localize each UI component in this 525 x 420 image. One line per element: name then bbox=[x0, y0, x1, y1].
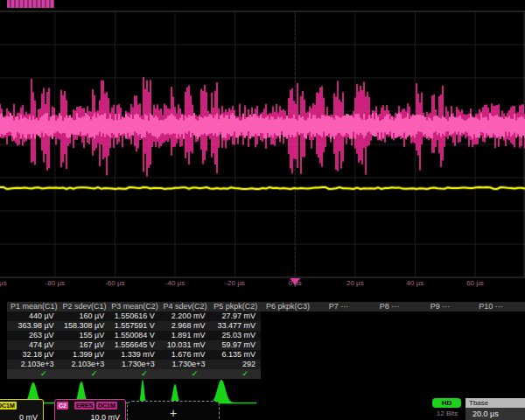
parameter-value: 25.03 mV bbox=[210, 331, 261, 340]
parameter-value: 167 µV bbox=[60, 340, 110, 350]
parameter-value: 440 µV bbox=[9, 312, 60, 321]
parameter-value: 2.200 mV bbox=[160, 312, 211, 321]
parameter-value: 1.550084 V bbox=[109, 331, 160, 340]
parameter-value: 59.97 mV bbox=[210, 340, 261, 350]
parameter-value: ✓ bbox=[210, 369, 261, 379]
c1-scale-value: 0 mV bbox=[19, 413, 38, 420]
parameter-header[interactable]: P8 ··· bbox=[364, 302, 415, 312]
parameter-value: 1.339 mV bbox=[109, 350, 160, 360]
parameter-value: 27.97 mV bbox=[210, 312, 261, 321]
parameter-value: 2.103e+3 bbox=[60, 360, 110, 369]
table-row: 363.98 µV158.308 µV1.557591 V2.968 mV33.… bbox=[7, 321, 261, 331]
parameter-value: 160 µV bbox=[60, 312, 110, 321]
time-tick-label: 60 µs bbox=[466, 279, 484, 287]
parameter-value[interactable]: P3 mean(C2) bbox=[109, 302, 160, 312]
parameter-value: 1.557591 V bbox=[109, 321, 160, 331]
parameter-value: 1.550616 V bbox=[109, 312, 160, 321]
parameter-value: ✓ bbox=[160, 369, 211, 379]
parameter-value: ✓ bbox=[109, 369, 160, 379]
add-trace-button[interactable]: + bbox=[127, 401, 220, 420]
channel-descriptor-c1[interactable]: DC1M 0 mV bbox=[0, 399, 44, 420]
time-tick-label: 40 µs bbox=[407, 279, 424, 287]
hd-mode-button[interactable]: HD bbox=[432, 398, 461, 408]
c2-coupling-badge: DC1M bbox=[96, 402, 117, 410]
parameter-value: 292 bbox=[210, 360, 261, 369]
c2-tab: C2 bbox=[57, 402, 68, 410]
graticule bbox=[0, 11, 525, 277]
parameter-value: 2.968 mV bbox=[160, 321, 211, 331]
parameter-value: ✓ bbox=[60, 369, 110, 379]
parameter-value: 1.730e+3 bbox=[160, 360, 211, 369]
parameter-header[interactable]: P7 ··· bbox=[313, 302, 364, 312]
time-tick-label: -100 µs bbox=[0, 279, 7, 287]
parameter-value: 2.103e+3 bbox=[9, 360, 60, 369]
parameter-value: 1.399 µV bbox=[60, 350, 110, 360]
table-row: P1 mean(C1)P2 sdev(C1)P3 mean(C2)P4 sdev… bbox=[7, 302, 525, 312]
oscilloscope-screen: -100 µs-80 µs-60 µs-40 µs-20 µs0 µs20 µs… bbox=[0, 0, 525, 420]
parameter-value: 474 µV bbox=[9, 340, 60, 350]
parameter-value: 263 µV bbox=[9, 331, 60, 340]
parameter-header[interactable]: P9 ··· bbox=[415, 302, 466, 312]
parameter-value[interactable]: P5 pkpk(C2) bbox=[210, 302, 261, 312]
parameter-value: 6.135 mV bbox=[210, 350, 261, 360]
table-row: 474 µV167 µV1.556645 V10.031 mV59.97 mV bbox=[7, 340, 261, 350]
parameter-header[interactable]: P6 pkpk(C3) bbox=[262, 302, 313, 312]
trace-label-badge bbox=[7, 0, 54, 8]
parameter-value: 1.730e+3 bbox=[109, 360, 160, 369]
table-row: 32.18 µV1.399 µV1.339 mV1.676 mV6.135 mV bbox=[7, 350, 261, 360]
parameter-value: 10.031 mV bbox=[160, 340, 211, 350]
time-tick-label: 0 µs bbox=[289, 279, 302, 287]
parameter-value[interactable]: P4 sdev(C2) bbox=[160, 302, 211, 312]
c2-scale-value: 10.0 mV bbox=[90, 413, 120, 420]
table-row: ✓✓✓✓✓ bbox=[7, 369, 261, 379]
table-row: 2.103e+32.103e+31.730e+31.730e+3292 bbox=[7, 360, 261, 369]
timebase-tab: Tbase bbox=[466, 398, 525, 408]
parameter-value: 1.556645 V bbox=[109, 340, 160, 350]
time-tick-label: -40 µs bbox=[165, 279, 185, 287]
parameter-value: 1.891 mV bbox=[160, 331, 211, 340]
timebase-value: 20.0 µs bbox=[472, 410, 499, 418]
parameter-value: 33.477 mV bbox=[210, 321, 261, 331]
hd-bits-label: 12 Bits bbox=[429, 410, 466, 417]
time-tick-label: -60 µs bbox=[105, 279, 124, 287]
parameter-value: 155 µV bbox=[60, 331, 110, 340]
time-tick-label: -20 µs bbox=[225, 279, 244, 287]
time-tick-label: -80 µs bbox=[46, 279, 65, 287]
c2-eres-badge: ERES bbox=[74, 402, 94, 410]
parameter-value: 32.18 µV bbox=[9, 350, 60, 360]
parameter-value[interactable]: P2 sdev(C1) bbox=[60, 302, 110, 312]
parameter-value: 363.98 µV bbox=[9, 321, 60, 331]
table-row: 263 µV155 µV1.550084 V1.891 mV25.03 mV bbox=[7, 331, 261, 340]
channel-descriptor-c2[interactable]: C2 ERES DC1M 10.0 mV bbox=[54, 399, 126, 420]
time-tick-label: 20 µs bbox=[346, 279, 364, 287]
table-row: 440 µV160 µV1.550616 V2.200 mV27.97 mV bbox=[7, 312, 261, 321]
parameter-value[interactable]: P1 mean(C1) bbox=[9, 302, 60, 312]
timebase-descriptor[interactable]: Tbase 20.0 µs bbox=[466, 398, 525, 420]
plus-icon: + bbox=[170, 406, 177, 420]
parameter-value: 1.676 mV bbox=[160, 350, 211, 360]
parameter-value: ✓ bbox=[9, 369, 60, 379]
parameter-header[interactable]: P10 ··· bbox=[466, 302, 516, 312]
c1-coupling-badge: DC1M bbox=[0, 402, 17, 410]
parameter-value: 158.308 µV bbox=[60, 321, 110, 331]
